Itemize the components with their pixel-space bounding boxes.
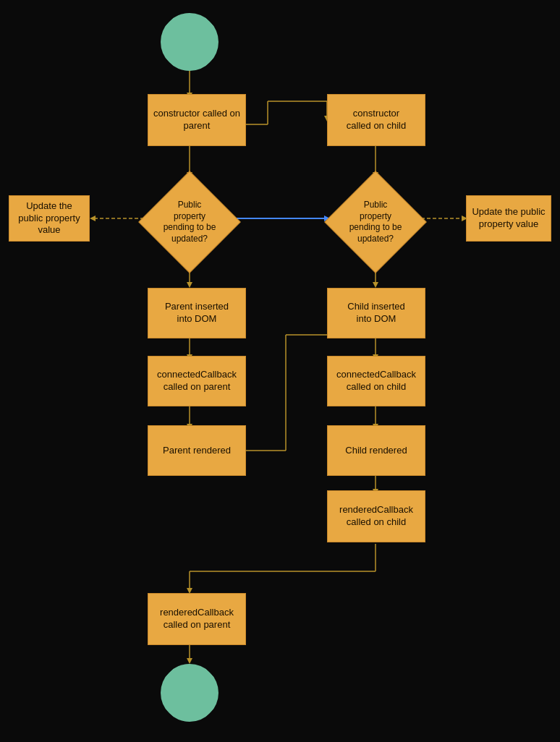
diagram: constructor called on parent constructor…	[0, 0, 560, 742]
child-rendered-box: Child rendered	[327, 425, 425, 476]
diamond-child	[324, 171, 426, 273]
connector-lines	[0, 0, 560, 742]
start-terminal	[161, 13, 219, 71]
svg-marker-7	[187, 282, 192, 288]
rendered-callback-parent-box: renderedCallbackcalled on parent	[148, 593, 246, 645]
parent-rendered-box: Parent rendered	[148, 425, 246, 476]
diamond-parent	[138, 171, 240, 273]
connected-child-box: connectedCallbackcalled on child	[327, 356, 425, 406]
rendered-callback-child-box: renderedCallbackcalled on child	[327, 490, 425, 542]
connected-parent-box: connectedCallbackcalled on parent	[148, 356, 246, 406]
update-right-box: Update the public property value	[466, 195, 551, 242]
end-terminal	[161, 664, 219, 722]
diamond-parent-wrap: Public propertypending to beupdated?	[150, 182, 229, 262]
svg-marker-5	[90, 216, 96, 221]
child-inserted-box: Child insertedinto DOM	[327, 288, 425, 338]
update-left-box: Update the public property value	[9, 195, 90, 242]
svg-marker-19	[373, 282, 378, 288]
constructor-child-box: constructorcalled on child	[327, 94, 425, 146]
parent-inserted-box: Parent insertedinto DOM	[148, 288, 246, 338]
constructor-parent-box: constructor called on parent	[148, 94, 246, 146]
diamond-child-wrap: Public propertypending to beupdated?	[336, 182, 415, 262]
svg-marker-39	[187, 658, 192, 664]
